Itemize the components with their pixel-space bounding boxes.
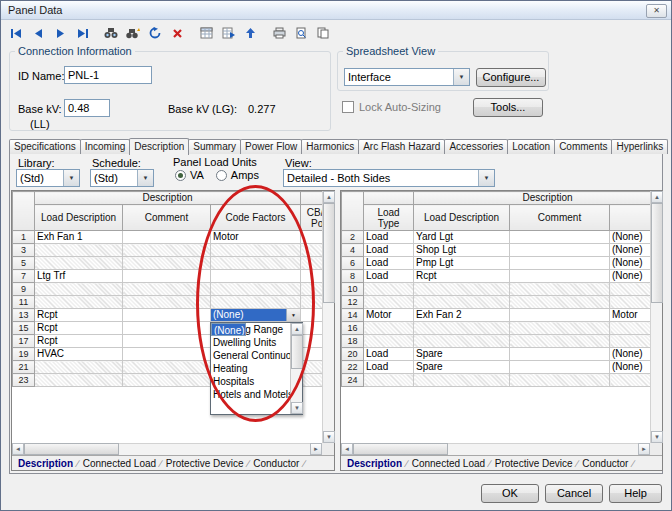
sheet-tab-description[interactable]: Description — [15, 458, 76, 469]
ok-button[interactable]: OK — [481, 484, 539, 503]
chevron-down-icon[interactable] — [63, 170, 79, 186]
scroll-left-icon[interactable] — [12, 443, 24, 455]
row-number[interactable]: 14 — [342, 309, 364, 322]
grid-cell[interactable]: Exh Fan 1 — [35, 231, 123, 244]
grid-cell[interactable] — [123, 231, 211, 244]
grid-cell[interactable]: (None) — [610, 361, 651, 374]
dropdown-item-hospitals[interactable]: Hospitals — [211, 375, 290, 388]
refresh-icon[interactable] — [145, 23, 165, 43]
grid-cell[interactable] — [123, 335, 211, 348]
scroll-right-icon[interactable] — [638, 443, 650, 455]
grid-cell[interactable] — [510, 244, 610, 257]
grid-cell[interactable] — [301, 309, 323, 322]
vertical-scrollbar[interactable] — [322, 191, 334, 443]
sheet-tab-connected-load[interactable]: Connected Load — [80, 458, 159, 469]
grid-cell[interactable] — [510, 361, 610, 374]
dropdown-item-heating[interactable]: Heating — [211, 362, 290, 375]
library-select[interactable]: (Std) — [16, 169, 80, 187]
grid-cell[interactable] — [510, 231, 610, 244]
scrollbar-thumb[interactable] — [24, 443, 119, 455]
grid-cell[interactable] — [35, 257, 123, 270]
grid-cell[interactable] — [123, 361, 211, 374]
grid-cell[interactable] — [35, 374, 123, 387]
radio-amps[interactable]: Amps — [216, 169, 259, 181]
sheet-tab-description[interactable]: Description — [344, 458, 405, 469]
find-next-icon[interactable] — [123, 23, 143, 43]
grid-cell[interactable] — [123, 296, 211, 309]
grid-cell[interactable]: Shop Lgt — [414, 244, 510, 257]
grid-cell[interactable]: (None) — [610, 244, 651, 257]
grid-cell[interactable] — [35, 361, 123, 374]
grid-cell[interactable] — [211, 270, 301, 283]
grid-cell[interactable] — [301, 270, 323, 283]
dropdown-item-dwelling-units[interactable]: Dwelling Units — [211, 336, 290, 349]
row-number[interactable]: 9 — [13, 283, 35, 296]
row-number[interactable]: 7 — [13, 270, 35, 283]
grid-cell[interactable]: Load — [364, 244, 414, 257]
base-kv-input[interactable]: 0.48 — [64, 99, 110, 117]
grid-cell[interactable] — [123, 309, 211, 322]
grid-cell[interactable] — [123, 348, 211, 361]
grid-cell[interactable]: Rcpt — [35, 309, 123, 322]
grid-cell[interactable] — [123, 322, 211, 335]
grid-cell[interactable]: Pmp Lgt — [414, 257, 510, 270]
grid-cell[interactable] — [364, 322, 414, 335]
grid-cell[interactable] — [414, 322, 510, 335]
grid-cell[interactable]: Spare — [414, 348, 510, 361]
print-icon[interactable] — [269, 23, 289, 43]
grid-cell[interactable]: Yard Lgt — [414, 231, 510, 244]
grid-cell[interactable] — [301, 283, 323, 296]
grid-cell[interactable]: Load — [364, 270, 414, 283]
grid-cell[interactable] — [35, 296, 123, 309]
cancel-button[interactable]: Cancel — [545, 484, 603, 503]
scrollbar-thumb[interactable] — [353, 443, 448, 455]
grid-cell[interactable] — [301, 244, 323, 257]
grid-cell[interactable]: Load — [364, 361, 414, 374]
tab-harmonics[interactable]: Harmonics — [301, 139, 359, 154]
horizontal-scrollbar[interactable] — [341, 443, 650, 455]
table-view-icon[interactable] — [196, 23, 216, 43]
grid-cell[interactable] — [301, 335, 323, 348]
chevron-down-icon[interactable] — [478, 170, 494, 186]
grid-cell[interactable] — [610, 374, 651, 387]
id-name-input[interactable]: PNL-1 — [64, 66, 152, 84]
radio-va[interactable]: VA — [175, 169, 204, 181]
row-number[interactable]: 5 — [13, 257, 35, 270]
help-button[interactable]: Help — [609, 484, 662, 503]
grid-cell[interactable] — [510, 270, 610, 283]
row-number[interactable]: 1 — [13, 231, 35, 244]
sheet-tab-conductor[interactable]: Conductor — [250, 458, 302, 469]
grid-cell[interactable]: (None) — [610, 231, 651, 244]
chevron-down-icon[interactable] — [137, 170, 153, 186]
sheet-tab-protective-device[interactable]: Protective Device — [492, 458, 576, 469]
grid-cell[interactable]: Spare — [414, 361, 510, 374]
grid-cell[interactable]: Rcpt — [35, 335, 123, 348]
title-bar[interactable]: Panel Data — [1, 1, 671, 20]
grid-cell[interactable] — [364, 296, 414, 309]
find-icon[interactable] — [101, 23, 121, 43]
chevron-down-icon[interactable] — [453, 69, 469, 85]
grid-cell[interactable] — [510, 374, 610, 387]
grid-cell[interactable] — [414, 283, 510, 296]
lock-auto-sizing-checkbox[interactable] — [342, 101, 354, 113]
scroll-down-icon[interactable] — [651, 431, 663, 443]
grid-cell[interactable] — [414, 335, 510, 348]
grid-cell[interactable]: Rcpt — [414, 270, 510, 283]
grid-cell[interactable] — [414, 296, 510, 309]
row-number[interactable]: 21 — [13, 361, 35, 374]
grid-cell[interactable]: Motor — [364, 309, 414, 322]
grid-cell[interactable]: Load — [364, 257, 414, 270]
row-number[interactable]: 11 — [13, 296, 35, 309]
code-factor-combo[interactable]: (None) — [211, 309, 301, 322]
grid-cell[interactable] — [510, 322, 610, 335]
row-number[interactable]: 2 — [342, 231, 364, 244]
first-record-icon[interactable] — [6, 23, 26, 43]
dropdown-item-general-continuous[interactable]: General Continuous — [211, 349, 290, 362]
grid-cell[interactable] — [610, 283, 651, 296]
grid-cell[interactable] — [301, 348, 323, 361]
row-number[interactable]: 15 — [13, 322, 35, 335]
view-select[interactable]: Detailed - Both Sides — [283, 169, 495, 187]
grid-cell[interactable]: (None) — [610, 348, 651, 361]
scrollbar-thumb[interactable] — [651, 203, 663, 303]
row-number[interactable]: 3 — [13, 244, 35, 257]
